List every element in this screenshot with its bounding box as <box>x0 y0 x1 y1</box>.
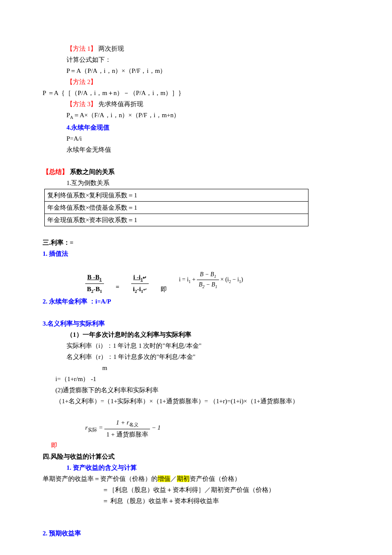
section-4-heading: 四.风险与收益的计算公式 <box>43 451 349 462</box>
coeff-r2: 年金终值系数×偿债基金系数＝1 <box>45 201 308 214</box>
summary-l1: 1.互为倒数关系 <box>66 178 349 188</box>
ret-l1: 单期资产的收益率＝资产价值（价格）的增值／期初资产价值（价格） <box>43 474 349 484</box>
nominal-l4: (2)通货膨胀下的名义利率和实际利率 <box>55 385 349 395</box>
nominal-l2: 实际利率（i）：1 年计息 1 次时的"年利息/本金" <box>66 341 349 351</box>
perp-pv-title: 4.永续年金现值 <box>66 122 349 133</box>
ret-title: 1. 资产收益的含义与计算 <box>66 462 349 473</box>
summary-title: 系数之间的关系 <box>70 168 115 175</box>
real-rate-formula: r实际 = 1 + r名义 1 + 通货膨胀率 − 1 <box>85 417 349 439</box>
method1-l1: 计算公式如下： <box>66 55 349 65</box>
summary-tag: 【总结】 <box>43 168 68 175</box>
table-row: 年金终值系数×偿债基金系数＝1 <box>45 201 308 214</box>
nominal-f: i=（1+r/m） -1 <box>55 374 349 384</box>
coeff-table: 复利终值系数×复利现值系数＝1 年金终值系数×偿债基金系数＝1 年金现值系数×资… <box>44 189 308 226</box>
interp-ji: 即 <box>161 284 167 295</box>
method1-l2: P＝A（P/A，i，n）×（P/F，i，m） <box>66 66 349 76</box>
method1-title: 两次折现 <box>98 45 124 52</box>
section-3-heading: 三.利率：= <box>43 237 349 248</box>
coeff-r3: 年金现值系数×资本回收系数＝1 <box>45 214 308 226</box>
interp-title: 1. 插值法 <box>43 249 349 259</box>
interp-frac2: i -i1↵ i2-i1↵ <box>131 272 149 295</box>
perp-pv-l1: P=A/i <box>66 133 349 144</box>
nominal-l3: 名义利率（r）：1 年计息多次的"年利息/本金" <box>66 352 349 362</box>
ret-l2: ＝［利息（股息）收益＋资本利得］／期初资产价值（价格） <box>102 485 349 495</box>
interp-rhs: i = i1 + B − B1 B2 − B1 × (i2 − i1) <box>179 270 243 295</box>
nominal-ji: 即 <box>51 440 349 451</box>
nominal-title: 3.名义利率与实际利率 <box>43 318 349 329</box>
method3-tag: 【方法 3】 <box>66 101 97 107</box>
nominal-m: m <box>102 363 349 373</box>
method2-tag: 【方法 2】 <box>66 77 349 87</box>
expected-return: 2. 预期收益率 <box>43 528 349 538</box>
table-row: 复利终值系数×复利现值系数＝1 <box>45 189 308 201</box>
coeff-r1: 复利终值系数×复利现值系数＝1 <box>45 189 308 201</box>
method1-tag: 【方法 1】 <box>66 45 97 52</box>
ret-l3: ＝ 利息（股息）收益率＋资本利得收益率 <box>102 496 349 506</box>
method3-line: 【方法 3】 先求终值再折现 <box>66 99 349 109</box>
method3-l1: PA＝A×（F/A，i，n）×（P/F，i，m+n） <box>66 110 349 121</box>
table-row: 年金现值系数×资本回收系数＝1 <box>45 214 308 226</box>
interp-formula: B -B1 B2-B1 = i -i1↵ i2-i1↵ 即 i = i1 + B… <box>85 270 349 295</box>
interp-frac1: B -B1 B2-B1 <box>85 272 104 295</box>
nominal-l1: （1）一年多次计息时的名义利率与实际利率 <box>66 330 349 340</box>
perp-pv-l2: 永续年金无终值 <box>66 145 349 155</box>
perp-rate: 2. 永续年金利率 ：i=A/P <box>43 296 349 306</box>
method3-title: 先求终值再折现 <box>98 101 143 107</box>
interp-eq: = <box>116 282 120 295</box>
method2-l1: P ＝A｛［（P/A，i，m＋n）－（P/A，i，m）］｝ <box>43 88 349 98</box>
summary-heading: 【总结】 系数之间的关系 <box>43 167 349 177</box>
method1-line: 【方法 1】 两次折现 <box>66 43 349 54</box>
nominal-l5: （1+名义利率）=（1+实际利率）×（1+通货膨胀率）= （1+r)=(1+i)… <box>55 396 349 406</box>
